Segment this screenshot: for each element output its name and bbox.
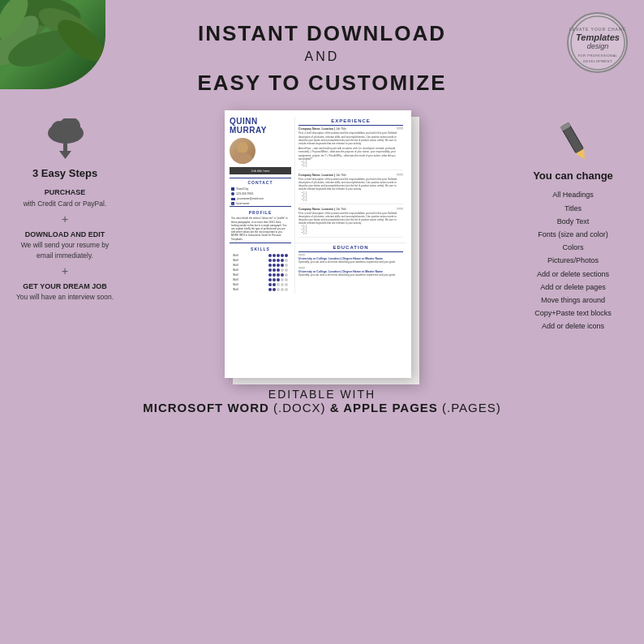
right-column: You can change All Headings Titles Body …: [506, 110, 644, 341]
svg-text:ELEVATE YOUR CHANCE: ELEVATE YOUR CHANCE: [569, 27, 626, 32]
logo: ELEVATE YOUR CHANCE Templates design FOR…: [567, 12, 632, 77]
change-item-headings: All Headings: [514, 188, 632, 201]
exp-entry-3: Company Name. Location | Job Title YYYY …: [298, 208, 403, 238]
pages-ext-label: (.pages): [442, 401, 501, 414]
svg-text:FOR PROFESSIONAL: FOR PROFESSIONAL: [577, 54, 617, 58]
headline-line2: EASY TO CUSTOMIZE: [16, 71, 628, 96]
docx-label: (.docx): [273, 401, 326, 414]
exp-entry-2: Company Name. Location | Job Title YYYY …: [298, 174, 403, 204]
and-label: &: [330, 401, 343, 414]
change-item-titles: Titles: [514, 202, 632, 215]
change-item-add-delete-pages: Add or delete pages: [514, 281, 632, 294]
svg-point-19: [233, 152, 252, 164]
resume-profile-section: PROFILE You can include the section "abo…: [230, 206, 291, 242]
change-item-move: Move things around: [514, 294, 632, 307]
change-item-body: Body Text: [514, 215, 632, 228]
change-item-copypaste: Copy+Paste text blocks: [514, 307, 632, 320]
headline-and: AND: [16, 49, 628, 64]
left-column: 3 Easy Steps PURCHASE with Credit Card o…: [0, 110, 130, 311]
resume-photo: [230, 138, 255, 164]
change-item-fonts: Fonts (size and color): [514, 228, 632, 241]
svg-text:design: design: [586, 42, 608, 50]
resume-preview: QUINNMURRAY Job title here CONTACT: [130, 110, 506, 378]
resume-job-title: Job title here: [230, 167, 291, 174]
svg-text:Templates: Templates: [575, 32, 619, 42]
change-item-colors: Colors: [514, 241, 632, 254]
resume-left-panel: QUINNMURRAY Job title here CONTACT: [230, 117, 294, 293]
steps-content: PURCHASE with Credit Card or PayPal. + D…: [12, 187, 118, 303]
word-label: MICROSOFT WORD: [143, 401, 269, 414]
change-item-icons: Add or delete icons: [514, 320, 632, 333]
resume-contact-section: CONTACT Town/City 123.456.7891 yourname@…: [230, 178, 291, 206]
resume-experience-section: EXPERIENCE Company Name. Location | Job …: [295, 117, 406, 243]
headline-line1: INSTANT DOWNLOAD: [16, 21, 628, 46]
change-list: All Headings Titles Body Text Fonts (siz…: [514, 188, 632, 333]
svg-marker-17: [59, 151, 71, 159]
resume-education-section: EDUCATION YYYY University or College. Lo…: [295, 243, 406, 280]
pencil-icon: [514, 118, 632, 163]
editable-with-label: EDITABLE WITH: [16, 388, 628, 401]
edu-entry-1: YYYY University or College. Location | D…: [298, 254, 403, 264]
resume-card: QUINNMURRAY Job title here CONTACT: [225, 110, 411, 378]
svg-rect-16: [63, 140, 67, 152]
pages-label: APPLE PAGES: [343, 401, 438, 414]
software-row: MICROSOFT WORD (.docx) & APPLE PAGES (.p…: [16, 401, 628, 414]
exp-entry-1: Company Name. Location | Job Title YYYY …: [298, 127, 403, 170]
top-section: ELEVATE YOUR CHANCE Templates design FOR…: [0, 0, 644, 104]
middle-section: 3 Easy Steps PURCHASE with Credit Card o…: [0, 104, 644, 378]
change-item-photos: Pictures/Photos: [514, 254, 632, 267]
resume-skills-section: SKILLS Skill Skill: [230, 243, 291, 294]
resume-name: QUINNMURRAY: [230, 117, 291, 135]
resume-right-panel: EXPERIENCE Company Name. Location | Job …: [294, 117, 406, 293]
you-can-change-label: You can change: [514, 170, 632, 182]
svg-point-18: [237, 142, 248, 153]
steps-label: 3 Easy Steps: [32, 167, 97, 179]
change-item-add-delete-sections: Add or delete sections: [514, 268, 632, 281]
cloud-download-icon: [43, 118, 88, 162]
svg-text:DEVELOPMENT: DEVELOPMENT: [583, 59, 612, 63]
edu-entry-2: YYYY University or College. Location | D…: [298, 267, 403, 277]
